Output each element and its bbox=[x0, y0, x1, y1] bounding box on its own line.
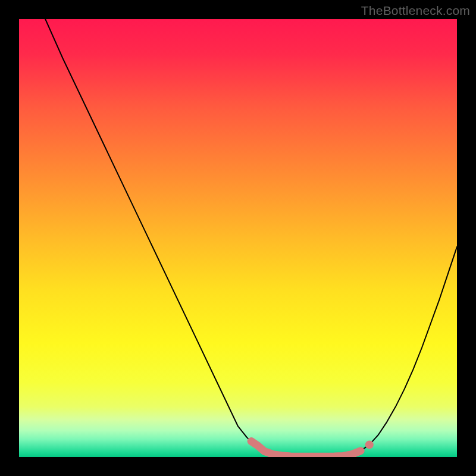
marker-dot bbox=[365, 440, 374, 449]
curve-layer bbox=[19, 19, 457, 457]
chart-container: TheBottleneck.com bbox=[0, 0, 476, 476]
bottleneck-curve bbox=[45, 19, 457, 456]
bottom-marker-band bbox=[251, 441, 361, 457]
watermark-label: TheBottleneck.com bbox=[361, 4, 470, 18]
plot-area bbox=[19, 19, 457, 457]
